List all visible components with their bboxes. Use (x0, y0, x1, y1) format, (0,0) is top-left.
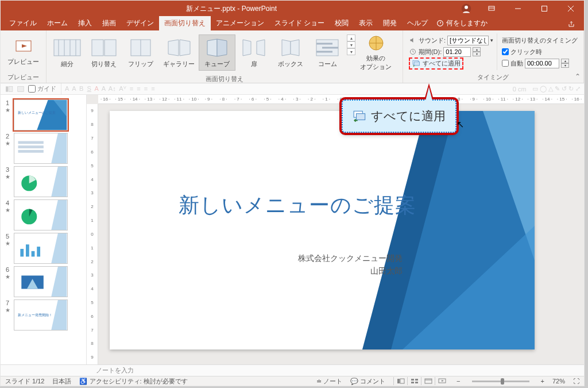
svg-rect-23 (414, 62, 419, 66)
svg-point-1 (465, 6, 468, 9)
transition-cube[interactable]: キューブ (199, 34, 235, 71)
auto-up[interactable]: ▴ (561, 59, 569, 63)
clock-icon (409, 48, 417, 55)
effect-options-button[interactable]: 効果の オプション (355, 32, 396, 74)
tab-developer[interactable]: 開発 (378, 16, 402, 30)
svg-rect-31 (18, 145, 44, 148)
thumb-1[interactable]: 新しいメニューのご提案 (14, 99, 68, 130)
tab-slideshow[interactable]: スライド ショー (269, 16, 330, 30)
account-icon[interactable] (457, 2, 476, 15)
zoom-value[interactable]: 72% (552, 378, 565, 385)
view-sorter-icon[interactable] (407, 377, 421, 385)
slide-subtitle-2[interactable]: 山田太郎 (298, 264, 403, 277)
tab-view[interactable]: 表示 (354, 16, 378, 30)
transition-gallery[interactable]: 細分 切り替え フリップ ギャラリー キューブ 扉 ボックス コーム ▴ ▾ ▾ (49, 34, 355, 71)
svg-rect-25 (9, 86, 12, 91)
thumb-2[interactable] (14, 133, 68, 164)
tab-draw[interactable]: 描画 (97, 16, 121, 30)
thumb-5[interactable] (14, 233, 68, 264)
on-click-checkbox[interactable] (502, 48, 509, 55)
outline-layout-icon[interactable] (5, 85, 13, 93)
thumb-7[interactable]: 新メニュー発売開始！ (14, 299, 68, 331)
auto-advance-checkbox[interactable] (502, 60, 509, 67)
tab-help[interactable]: ヘルプ (402, 16, 433, 30)
svg-rect-56 (425, 379, 432, 383)
svg-marker-29 (51, 133, 67, 163)
svg-marker-35 (51, 200, 67, 230)
transition-gallery-eff[interactable]: ギャラリー (159, 34, 199, 71)
notes-placeholder[interactable]: ノートを入力 (96, 366, 134, 375)
transition-subdivide[interactable]: 細分 (49, 34, 86, 71)
gallery-more[interactable]: ▾ (347, 48, 355, 55)
slide-canvas[interactable]: 新しいメニューのご提案 株式会社クックメニュー開発 山田太郎 (110, 111, 535, 349)
zoom-in-button[interactable]: + (541, 378, 544, 385)
gallery-up[interactable]: ▴ (347, 34, 355, 41)
gallery-down[interactable]: ▾ (347, 41, 355, 48)
transition-switch[interactable]: 切り替え (86, 34, 122, 71)
status-comments-button[interactable]: 💬 コメント (350, 377, 385, 386)
svg-rect-9 (105, 40, 116, 56)
maximize-button[interactable] (531, 1, 558, 17)
minimize-button[interactable] (505, 1, 531, 17)
tell-me[interactable]: 何をしますか (433, 18, 491, 30)
tab-transitions[interactable]: 画面切り替え (159, 16, 211, 30)
share-button[interactable] (562, 18, 581, 30)
transition-box[interactable]: ボックス (272, 34, 309, 71)
transition-comb[interactable]: コーム (309, 34, 346, 71)
slide-title[interactable]: 新しいメニューのご提案 (179, 191, 416, 220)
auto-down[interactable]: ▾ (561, 63, 569, 68)
normal-layout-icon[interactable] (17, 85, 25, 93)
tab-design[interactable]: デザイン (121, 16, 159, 30)
duration-down[interactable]: ▾ (473, 52, 481, 56)
sound-select[interactable] (447, 36, 489, 45)
vertical-ruler: 9876543210123456789 (87, 104, 98, 364)
status-language[interactable]: 日本語 (52, 377, 71, 386)
svg-rect-41 (37, 247, 40, 256)
zoom-out-button[interactable]: − (457, 378, 460, 385)
svg-rect-24 (6, 86, 8, 91)
slide-subtitle-1[interactable]: 株式会社クックメニュー開発 (298, 252, 403, 264)
collapse-ribbon-icon[interactable]: ⌃ (575, 72, 581, 80)
svg-rect-39 (26, 244, 29, 256)
tab-file[interactable]: ファイル (4, 16, 42, 30)
duration-up[interactable]: ▴ (473, 47, 481, 52)
sound-icon (409, 37, 417, 44)
close-button[interactable] (558, 1, 584, 17)
view-reading-icon[interactable] (421, 377, 435, 385)
tab-insert[interactable]: 挿入 (73, 16, 97, 30)
svg-rect-40 (32, 251, 35, 257)
svg-marker-12 (180, 40, 190, 56)
svg-marker-15 (243, 40, 251, 56)
status-notes-button[interactable]: ≐ ノート (316, 377, 342, 386)
duration-input[interactable] (443, 47, 471, 57)
slide-thumbnail-panel[interactable]: 1★新しいメニューのご提案 2★ 3★ 4★ 5★ 6★ 7★新メニュー発売開始… (1, 95, 87, 364)
svg-rect-38 (20, 249, 24, 256)
svg-marker-18 (291, 40, 299, 56)
status-accessibility[interactable]: ♿ アクセシビリティ: 検討が必要です (79, 377, 187, 386)
thumb-4[interactable] (14, 199, 68, 231)
group-timing-label: タイミング (403, 73, 583, 83)
view-normal-icon[interactable] (393, 377, 407, 385)
svg-rect-50 (397, 379, 400, 383)
thumb-3[interactable] (14, 166, 68, 197)
transition-doors[interactable]: 扉 (235, 34, 272, 71)
auto-advance-input[interactable] (525, 59, 559, 68)
tab-home[interactable]: ホーム (42, 16, 73, 30)
view-slideshow-icon[interactable] (435, 377, 448, 385)
transition-flip[interactable]: フリップ (122, 34, 159, 71)
svg-marker-14 (217, 39, 227, 56)
tab-review[interactable]: 校閲 (330, 16, 354, 30)
preview-button[interactable]: プレビュー (3, 35, 44, 68)
guide-checkbox[interactable] (28, 85, 36, 93)
svg-marker-58 (442, 380, 444, 382)
svg-rect-26 (18, 86, 24, 91)
window-title: 新メニュー.pptx - PowerPoint (6, 4, 457, 14)
ribbon-display-icon[interactable] (478, 1, 505, 17)
zoom-slider[interactable] (472, 381, 529, 382)
thumb-6[interactable] (14, 266, 68, 297)
fit-window-icon[interactable]: ⛶ (573, 378, 579, 385)
svg-marker-45 (51, 300, 67, 330)
svg-marker-37 (51, 233, 67, 263)
tab-animations[interactable]: アニメーション (211, 16, 269, 30)
apply-to-all-button[interactable]: すべてに適用 (409, 57, 463, 70)
